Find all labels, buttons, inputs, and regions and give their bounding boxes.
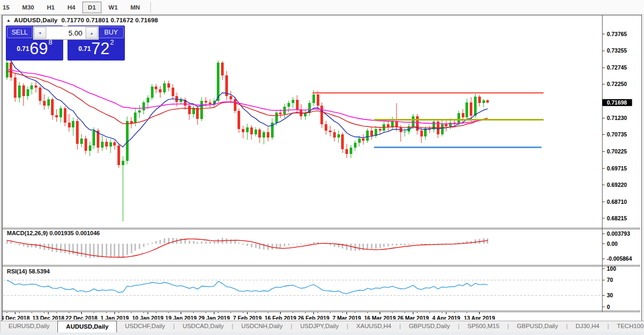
- macd-histogram-bar: [56, 244, 57, 252]
- buy-price-prefix: 0.71: [78, 45, 90, 53]
- price-axis-label: 0.73255: [607, 47, 627, 54]
- timeframe-button-h1[interactable]: H1: [41, 2, 61, 13]
- chart-header: ▲AUDUSD,Daily0.71770 0.71801 0.71672 0.7…: [6, 17, 158, 23]
- chart-canvas[interactable]: 0.737650.732550.727450.722500.712300.707…: [3, 15, 640, 320]
- bearish-candle: [341, 134, 344, 149]
- chart-tab-gbpusd-daily[interactable]: GBPUSD,Daily: [401, 321, 457, 332]
- macd-histogram-bar: [77, 244, 78, 256]
- volume-decrease-button[interactable]: ▼: [34, 27, 46, 39]
- collapse-panel-icon[interactable]: ▲: [6, 18, 11, 23]
- timeframe-button-w1[interactable]: W1: [103, 2, 123, 13]
- bearish-candle: [242, 129, 244, 132]
- macd-histogram-bar: [10, 242, 12, 244]
- chart-tab-usdchf-daily[interactable]: USDCHF,Daily: [117, 321, 173, 332]
- bearish-candle: [64, 108, 66, 122]
- bullish-candle: [350, 148, 352, 154]
- macd-histogram-bar: [155, 241, 157, 244]
- bearish-candle: [117, 145, 120, 165]
- bearish-candle: [258, 130, 261, 137]
- bearish-candle: [478, 97, 481, 104]
- date-axis-label: 16 Mar 2019: [364, 315, 396, 320]
- bearish-candle: [345, 149, 348, 154]
- macd-histogram-bar: [39, 244, 41, 249]
- macd-histogram-bar: [329, 244, 331, 245]
- rsi-axis-label: 70: [607, 277, 613, 283]
- chart-tab-usdcnh-daily[interactable]: USDCNH,Daily: [233, 321, 291, 332]
- macd-histogram-bar: [412, 244, 414, 244]
- bullish-candle: [255, 130, 257, 134]
- date-axis-label: 13 Apr 2019: [464, 315, 495, 320]
- macd-histogram-bar: [359, 244, 360, 251]
- chart-tab-usdjpy-daily[interactable]: USDJPY,Daily: [292, 321, 347, 332]
- bearish-candle: [159, 89, 162, 92]
- chart-tab-eurusd-daily[interactable]: EURUSD,Daily: [1, 321, 57, 332]
- macd-histogram-bar: [392, 244, 393, 245]
- macd-histogram-bar: [309, 243, 310, 244]
- bearish-candle: [279, 113, 282, 114]
- chart-tab-sp500-m15[interactable]: SP500,M15: [460, 321, 507, 332]
- macd-histogram-bar: [193, 241, 194, 244]
- moving-average-line-55: [7, 70, 488, 124]
- price-axis-label: 0.68710: [607, 199, 627, 205]
- macd-histogram-bar: [375, 244, 377, 248]
- buy-button[interactable]: BUY: [98, 27, 124, 38]
- chart-tab-usdcad-daily[interactable]: USDCAD,Daily: [175, 321, 232, 332]
- price-axis-label: 0.68215: [607, 215, 627, 221]
- macd-histogram-bar: [387, 244, 389, 246]
- macd-histogram-bar: [272, 244, 273, 250]
- macd-histogram-bar: [139, 244, 140, 249]
- bearish-candle: [39, 88, 41, 101]
- bearish-candle: [55, 115, 58, 117]
- bearish-candle: [234, 99, 236, 111]
- macd-histogram-bar: [35, 244, 37, 248]
- macd-histogram-bar: [197, 242, 198, 244]
- timeframe-button-m30[interactable]: M30: [16, 2, 40, 13]
- macd-histogram-bar: [300, 244, 302, 244]
- sell-button[interactable]: SELL: [7, 27, 32, 38]
- macd-histogram-bar: [134, 244, 136, 251]
- macd-histogram-bar: [205, 242, 207, 244]
- bearish-candle: [470, 102, 472, 116]
- timeframe-button-h4[interactable]: H4: [62, 2, 81, 13]
- buy-price-sup: 2: [110, 38, 114, 46]
- macd-histogram-bar: [172, 238, 174, 244]
- bullish-candle: [312, 95, 315, 104]
- date-axis-label: 4 Apr 2019: [432, 315, 460, 320]
- bearish-candle: [68, 123, 71, 127]
- macd-histogram-bar: [64, 244, 66, 253]
- bullish-candle: [217, 63, 219, 101]
- macd-histogram-bar: [470, 241, 472, 244]
- macd-histogram-bar: [97, 244, 99, 257]
- bearish-candle: [84, 139, 87, 151]
- macd-histogram-bar: [400, 244, 402, 245]
- bullish-candle: [126, 121, 129, 161]
- bearish-candle: [209, 102, 211, 104]
- bullish-candle: [292, 100, 294, 103]
- chart-tab-dj30-h4[interactable]: DJ30,H4: [567, 321, 607, 332]
- chart-window: 0.737650.732550.727450.722500.712300.707…: [2, 15, 642, 321]
- macd-histogram-bar: [263, 244, 265, 250]
- chart-tab-audusd-daily[interactable]: AUDUSD,Daily: [57, 321, 117, 332]
- macd-histogram-bar: [164, 238, 165, 244]
- chart-tab-gbpusd-daily[interactable]: GBPUSD,Daily: [509, 321, 566, 332]
- macd-histogram-bar: [209, 242, 211, 244]
- macd-histogram-bar: [14, 244, 16, 244]
- timeframe-button-d1[interactable]: D1: [82, 2, 102, 13]
- bearish-candle: [329, 131, 332, 132]
- chart-tab-xauusd-h4[interactable]: XAUUSD,H4: [349, 321, 400, 332]
- macd-histogram-bar: [425, 244, 426, 245]
- volume-increase-button[interactable]: ▲: [86, 27, 98, 39]
- bearish-candle: [379, 129, 382, 131]
- macd-histogram-bar: [217, 239, 219, 244]
- bullish-candle: [474, 97, 477, 116]
- sell-price-prefix: 0.71: [16, 45, 29, 53]
- timeframe-button-mn[interactable]: MN: [125, 2, 146, 13]
- bullish-candle: [101, 142, 104, 148]
- macd-histogram-bar: [367, 244, 368, 250]
- volume-value[interactable]: 5.00: [47, 29, 85, 37]
- macd-axis-label: -0.005864: [607, 255, 632, 262]
- macd-histogram-bar: [383, 244, 385, 247]
- chart-tab-tech100-h1[interactable]: TECH100,H1: [609, 321, 644, 332]
- timeframe-button-15[interactable]: 15: [0, 2, 15, 13]
- price-axis-label: 0.72745: [607, 64, 627, 71]
